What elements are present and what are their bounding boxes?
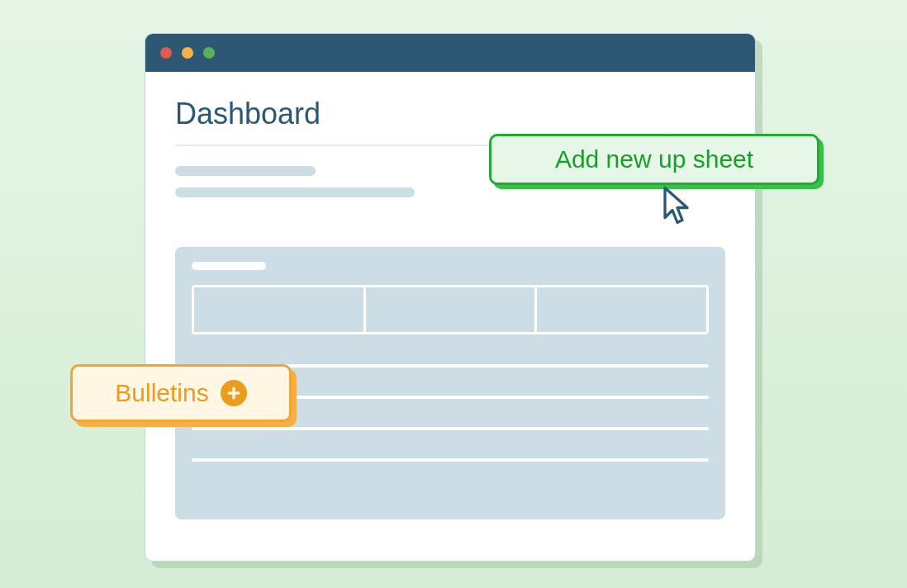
table-header-row — [192, 285, 709, 334]
bulletins-label: Bulletins — [115, 379, 208, 407]
app-window: Dashboard — [145, 33, 756, 562]
add-sheet-button[interactable]: Add new up sheet — [489, 134, 819, 185]
maximize-icon[interactable] — [203, 47, 215, 59]
skeleton-line — [175, 166, 316, 176]
window-titlebar — [145, 34, 755, 72]
plus-icon — [221, 380, 247, 406]
close-icon[interactable] — [160, 47, 172, 59]
panel-heading-skeleton — [192, 262, 266, 270]
add-sheet-label: Add new up sheet — [555, 145, 753, 173]
table-header-cell — [194, 287, 366, 332]
cursor-icon — [662, 185, 692, 228]
table-header-cell — [366, 287, 538, 332]
table-header-cell — [537, 287, 706, 332]
bulletins-button[interactable]: Bulletins — [70, 364, 292, 422]
table-row — [192, 427, 709, 430]
page-title: Dashboard — [175, 97, 725, 131]
table-row — [192, 458, 709, 462]
minimize-icon[interactable] — [182, 47, 193, 59]
skeleton-line — [175, 187, 415, 197]
